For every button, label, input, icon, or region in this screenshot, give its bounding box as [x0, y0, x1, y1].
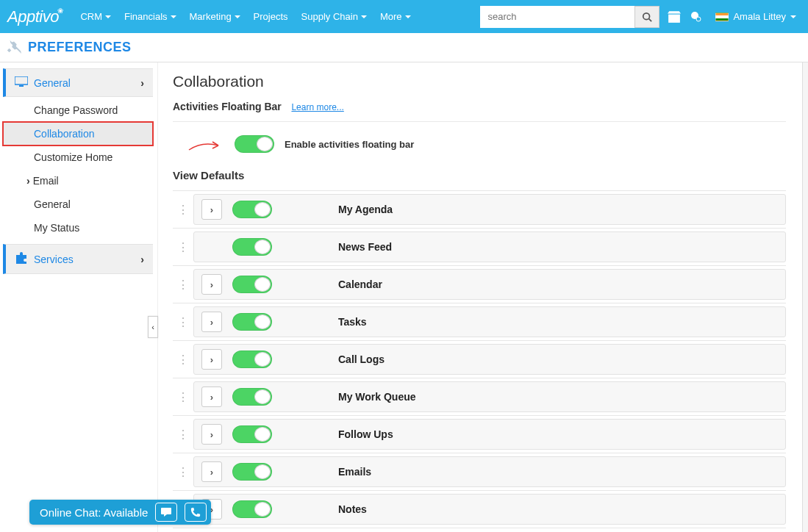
expand-button[interactable]: › — [201, 387, 222, 407]
divider — [173, 121, 786, 122]
chevron-right-icon: › — [140, 77, 144, 89]
nav-financials[interactable]: Financials — [118, 7, 182, 26]
drag-handle-icon[interactable]: ⋮ — [173, 390, 193, 404]
sidebar-item-customize-home[interactable]: Customize Home — [3, 145, 153, 169]
learn-more-link[interactable]: Learn more... — [291, 102, 343, 112]
view-label: Emails — [338, 466, 371, 478]
drag-handle-icon[interactable]: ⋮ — [173, 240, 193, 254]
drag-handle-icon[interactable]: ⋮ — [173, 428, 193, 442]
nav-more-label: More — [380, 11, 402, 22]
drag-handle-icon[interactable]: ⋮ — [173, 203, 193, 217]
toggle-knob — [254, 352, 271, 367]
view-default-card: › My Work Queue — [193, 381, 786, 412]
view-toggle[interactable] — [232, 500, 272, 518]
expand-button[interactable]: › — [201, 312, 222, 332]
nav-supply-chain-label: Supply Chain — [301, 11, 358, 22]
view-toggle[interactable] — [232, 238, 272, 256]
chat-call-button[interactable] — [185, 503, 207, 522]
view-toggle[interactable] — [232, 313, 272, 331]
expand-button[interactable]: › — [201, 274, 222, 295]
nav-marketing[interactable]: Marketing — [184, 7, 246, 26]
nav-crm[interactable]: CRM — [74, 7, 117, 26]
view-toggle[interactable] — [232, 201, 272, 218]
toggle-knob — [254, 314, 271, 329]
drag-handle-icon[interactable]: ⋮ — [173, 465, 193, 479]
view-toggle[interactable] — [232, 276, 272, 293]
sidebar-item-my-status[interactable]: My Status — [3, 216, 153, 240]
view-default-card: › Follow Ups — [193, 419, 786, 450]
view-default-card: › Notes — [193, 494, 786, 525]
expand-button[interactable]: › — [201, 199, 222, 220]
view-toggle-col — [232, 238, 284, 256]
view-default-row: ⋮ › My Agenda — [173, 191, 786, 229]
preferences-title: PREFERENCES — [28, 40, 132, 55]
drag-handle-icon[interactable]: ⋮ — [173, 353, 193, 367]
apps-icon[interactable] — [667, 10, 682, 24]
caret-down-icon — [361, 15, 367, 18]
view-label: Calendar — [338, 278, 382, 290]
sidebar-collapse-handle[interactable]: ‹ — [148, 316, 158, 338]
scrollbar-track[interactable] — [802, 62, 808, 532]
main-content: Collaboration Activities Floating Bar Le… — [158, 62, 808, 532]
top-navbar: Apptivo ❀ CRM Financials Marketing Proje… — [0, 0, 808, 33]
nav-supply-chain[interactable]: Supply Chain — [296, 7, 373, 26]
nav-more[interactable]: More — [374, 7, 417, 26]
search-icon — [642, 12, 652, 22]
toggle-knob — [254, 389, 271, 404]
sidebar-header-general[interactable]: General › — [6, 69, 153, 96]
brand-logo[interactable]: Apptivo ❀ — [7, 7, 64, 26]
leaf-icon: ❀ — [57, 7, 63, 15]
view-toggle[interactable] — [232, 463, 272, 481]
expand-button[interactable]: › — [201, 349, 222, 370]
sidebar-item-general[interactable]: General — [3, 193, 153, 216]
sidebar-email-label: Email — [33, 175, 59, 187]
chat-message-button[interactable] — [155, 503, 177, 522]
toggle-knob — [254, 427, 271, 442]
search-button[interactable] — [634, 6, 659, 28]
view-default-row: ⋮ › Tasks — [173, 303, 786, 341]
sidebar-general-label: General — [34, 77, 71, 89]
view-label: Notes — [338, 503, 367, 515]
view-toggle[interactable] — [232, 425, 272, 443]
view-toggle[interactable] — [232, 351, 272, 368]
view-default-row: ⋮ › Emails — [173, 453, 786, 491]
view-toggle-col — [232, 313, 284, 331]
view-default-card: › Call Logs — [193, 344, 786, 375]
nav-projects[interactable]: Projects — [248, 7, 294, 26]
toggle-knob — [254, 277, 271, 292]
wrench-icon — [6, 38, 22, 57]
caret-down-icon — [171, 15, 176, 18]
search-input[interactable] — [480, 6, 634, 28]
sidebar-item-change-password[interactable]: Change Password — [3, 98, 153, 122]
notifications-icon[interactable] — [689, 10, 704, 24]
enable-afb-toggle[interactable] — [235, 135, 274, 153]
sidebar-item-email[interactable]: › Email — [3, 169, 153, 193]
expand-button[interactable]: › — [201, 424, 222, 445]
view-default-row: ⋮ › Call Logs — [173, 341, 786, 378]
monitor-icon — [15, 76, 29, 89]
puzzle-icon — [15, 252, 29, 266]
view-default-card: › Emails — [193, 456, 786, 487]
view-default-row: ⋮ › News Feed — [173, 229, 786, 266]
view-toggle-col — [232, 463, 284, 481]
chat-status-bar: Online Chat: Available — [29, 500, 211, 525]
view-toggle[interactable] — [232, 388, 272, 406]
sidebar-item-collaboration[interactable]: Collaboration — [3, 122, 153, 145]
user-menu[interactable]: Amala Littey — [711, 11, 801, 22]
toggle-knob — [254, 502, 271, 517]
caret-down-icon — [235, 15, 240, 18]
view-default-row: ⋮ › Follow Ups — [173, 416, 786, 453]
drag-handle-icon[interactable]: ⋮ — [173, 278, 193, 292]
drag-handle-icon[interactable]: ⋮ — [173, 315, 193, 329]
sidebar-group-services: Services › — [3, 244, 153, 274]
bell-icon — [690, 11, 702, 23]
view-default-card: › Calendar — [193, 269, 786, 300]
toggle-knob — [254, 464, 271, 479]
view-label: My Work Queue — [338, 391, 416, 403]
toggle-knob — [254, 202, 271, 217]
expand-button[interactable]: › — [201, 461, 222, 482]
sidebar-header-services[interactable]: Services › — [6, 245, 153, 273]
svg-line-1 — [649, 18, 652, 21]
view-label: Call Logs — [338, 353, 385, 365]
svg-point-0 — [643, 12, 650, 19]
